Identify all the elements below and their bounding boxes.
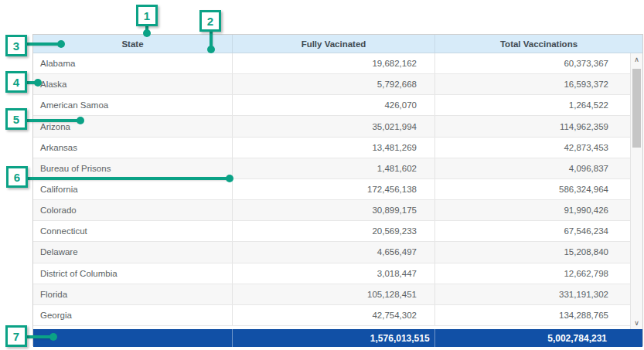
annotation-dot-4	[34, 79, 42, 87]
fully-vaccinated-cell: 4,656,497	[233, 242, 435, 262]
table-row[interactable]: Arkansas13,481,26942,873,453	[33, 138, 630, 158]
total-vaccinations-cell: 16,593,372	[435, 74, 630, 94]
summary-state-cell	[33, 329, 232, 347]
table-row[interactable]: Arizona35,021,994114,962,359	[33, 116, 630, 137]
column-header-fully-vaccinated[interactable]: Fully Vacinated	[233, 35, 435, 53]
table-row[interactable]: District of Columbia3,018,44712,662,798	[33, 263, 630, 284]
fully-vaccinated-cell: 30,899,175	[233, 200, 435, 220]
table-row[interactable]: Alabama19,682,16260,373,367	[33, 53, 630, 74]
vertical-scrollbar[interactable]: ∧ ∨	[630, 53, 642, 329]
summary-fully-vaccinated-cell: 1,576,013,515	[232, 329, 434, 347]
table-row[interactable]: Bureau of Prisons1,481,6024,096,837	[33, 158, 630, 179]
state-cell: Florida	[33, 284, 233, 304]
fully-vaccinated-cell: 5,792,668	[233, 74, 435, 94]
annotation-marker-4: 4	[5, 71, 27, 93]
table-header-row: State Fully Vacinated Total Vaccinations	[33, 35, 642, 53]
annotation-line-5	[26, 119, 80, 122]
table-row[interactable]: Florida105,128,451331,191,302	[33, 284, 630, 305]
state-cell: Alaska	[33, 74, 233, 94]
total-vaccinations-cell: 586,324,964	[435, 179, 630, 199]
annotation-marker-3: 3	[5, 35, 27, 56]
total-vaccinations-cell: 60,373,367	[435, 53, 630, 73]
fully-vaccinated-cell: 13,481,269	[233, 138, 435, 158]
table-row[interactable]: Connecticut20,569,23367,546,234	[33, 221, 630, 242]
fully-vaccinated-cell: 19,682,162	[233, 53, 435, 73]
summary-total-row: 1,576,013,515 5,002,784,231	[33, 329, 642, 347]
table-row[interactable]: Delaware4,656,49715,208,840	[33, 242, 630, 263]
fully-vaccinated-cell: 105,128,451	[233, 284, 435, 304]
total-vaccinations-cell: 42,873,453	[435, 138, 630, 158]
annotation-dot-6	[226, 175, 233, 182]
scroll-up-arrow-icon[interactable]: ∧	[631, 53, 642, 66]
annotation-dot-1	[143, 29, 151, 37]
state-cell: Arkansas	[33, 138, 233, 158]
total-vaccinations-cell: 15,208,840	[435, 242, 630, 262]
table-row[interactable]: Alaska5,792,66816,593,372	[33, 74, 630, 95]
annotation-marker-5: 5	[5, 108, 27, 130]
state-cell: American Samoa	[33, 95, 233, 115]
state-cell: Georgia	[33, 305, 233, 325]
annotation-dot-2	[207, 46, 215, 53]
annotation-dot-5	[77, 117, 84, 124]
total-vaccinations-cell: 12,662,798	[435, 263, 630, 284]
summary-total-vaccinations-cell: 5,002,784,231	[434, 329, 642, 347]
state-cell: District of Columbia	[33, 263, 233, 284]
state-cell: Colorado	[33, 200, 233, 220]
annotation-dot-7	[49, 333, 57, 341]
fully-vaccinated-cell: 3,018,447	[233, 263, 435, 284]
total-vaccinations-cell: 134,288,765	[435, 305, 630, 325]
annotation-line-3	[26, 42, 61, 46]
total-vaccinations-cell: 1,264,522	[435, 95, 630, 115]
dashboard-canvas: State Fully Vacinated Total Vaccinations…	[0, 0, 644, 350]
table-body: Alabama19,682,16260,373,367Alaska5,792,6…	[33, 53, 642, 329]
state-cell: California	[33, 179, 233, 199]
scrollbar-thumb[interactable]	[632, 69, 641, 148]
annotation-marker-7: 7	[5, 325, 27, 347]
state-cell: Alabama	[33, 53, 233, 73]
table-row[interactable]: Georgia42,754,302134,288,765	[33, 305, 630, 326]
fully-vaccinated-cell: 42,754,302	[233, 305, 435, 325]
scroll-down-arrow-icon[interactable]: ∨	[631, 317, 642, 329]
table-row[interactable]: California172,456,138586,324,964	[33, 179, 630, 200]
annotation-marker-1: 1	[136, 5, 158, 26]
total-vaccinations-cell: 67,546,234	[435, 221, 630, 241]
annotation-marker-2: 2	[199, 10, 221, 32]
table-row[interactable]: American Samoa426,0701,264,522	[33, 95, 630, 116]
state-cell: Delaware	[33, 242, 233, 262]
state-cell: Bureau of Prisons	[33, 158, 233, 178]
fully-vaccinated-cell: 20,569,233	[233, 221, 435, 241]
column-header-total-vaccinations[interactable]: Total Vaccinations	[435, 35, 642, 53]
total-vaccinations-cell: 114,962,359	[435, 116, 630, 136]
total-vaccinations-cell: 4,096,837	[435, 158, 630, 178]
state-cell: Connecticut	[33, 221, 233, 241]
fully-vaccinated-cell: 426,070	[233, 95, 435, 115]
fully-vaccinated-cell: 172,456,138	[233, 179, 435, 199]
annotation-dot-3	[57, 40, 65, 48]
fully-vaccinated-cell: 35,021,994	[233, 116, 435, 136]
total-vaccinations-cell: 91,990,426	[435, 200, 630, 220]
annotation-marker-6: 6	[6, 166, 28, 188]
fully-vaccinated-cell: 1,481,602	[233, 158, 435, 178]
annotation-line-6	[27, 177, 230, 180]
table-row[interactable]: Colorado30,899,17591,990,426	[33, 200, 630, 221]
total-vaccinations-cell: 331,191,302	[435, 284, 630, 304]
vaccination-table: State Fully Vacinated Total Vaccinations…	[32, 34, 643, 346]
table-body-rows: Alabama19,682,16260,373,367Alaska5,792,6…	[33, 53, 630, 326]
